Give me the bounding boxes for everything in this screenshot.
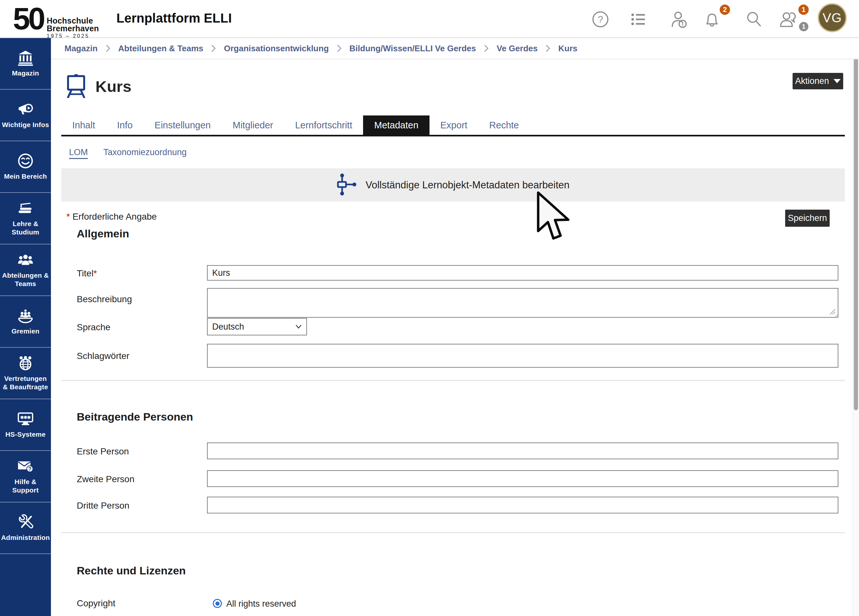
contacts-badge-bottom: 1	[799, 22, 808, 31]
monitor-password-icon	[17, 411, 34, 427]
chevron-right-icon	[484, 44, 489, 53]
edit-full-metadata-link[interactable]: Vollständige Lernobjekt-Metadaten bearbe…	[61, 168, 845, 202]
titel-input[interactable]	[207, 265, 839, 281]
avatar[interactable]: VG	[818, 3, 847, 32]
dritte-person-input[interactable]	[207, 497, 839, 513]
sidebar-item-hs-systeme[interactable]: HS-Systeme	[0, 399, 51, 451]
course-easel-icon	[66, 74, 86, 98]
sidebar-item-label: Mein Bereich	[3, 172, 48, 181]
breadcrumb-item[interactable]: Organisationsentwicklung	[224, 44, 329, 53]
tab-info[interactable]: Info	[106, 116, 144, 135]
tab-mitglieder[interactable]: Mitglieder	[222, 116, 284, 135]
tab-inhalt[interactable]: Inhalt	[61, 116, 106, 135]
hochschule-bremerhaven-logo[interactable]: 50 Hochschule Bremerhaven 1975 – 2025	[13, 2, 99, 39]
save-button[interactable]: Speichern	[785, 210, 830, 227]
banner-label: Vollständige Lernobjekt-Metadaten bearbe…	[365, 179, 570, 191]
tab-metadaten[interactable]: Metadaten	[363, 116, 429, 135]
breadcrumb-item[interactable]: Magazin	[64, 44, 98, 53]
sidebar-item-label: Wichtige Infos	[1, 120, 50, 129]
sidebar-item-label: Vertretungen & Beauftragte	[0, 374, 51, 391]
copyright-radio[interactable]	[213, 599, 222, 608]
list-icon[interactable]	[629, 10, 648, 28]
sidebar-item-abteilungen-teams[interactable]: Abteilungen & Teams	[0, 244, 51, 296]
sprache-select[interactable]: Deutsch	[207, 318, 307, 335]
chevron-right-icon	[105, 44, 111, 53]
tools-icon	[17, 514, 34, 530]
sidebar-item-label: Magazin	[11, 69, 40, 77]
sidebar-item-lehre-studium[interactable]: Lehre & Studium	[0, 193, 51, 244]
sidebar-item-label: Administration	[0, 533, 51, 542]
titel-label: Titel*	[77, 268, 97, 279]
section-heading-personen: Beitragende Personen	[77, 411, 193, 423]
chevron-right-icon	[545, 44, 550, 53]
globe-people-icon	[17, 355, 34, 371]
zweite-person-input[interactable]	[207, 470, 839, 487]
tab-einstellungen[interactable]: Einstellungen	[144, 116, 222, 135]
actions-button[interactable]: Aktionen	[793, 73, 843, 89]
tab-rechte[interactable]: Rechte	[478, 116, 530, 135]
tab-lernfortschritt[interactable]: Lernfortschritt	[284, 116, 363, 135]
breadcrumb: Magazin Abteilungen & Teams Organisation…	[51, 38, 859, 59]
zweite-person-label: Zweite Person	[77, 474, 134, 485]
sidebar: Magazin Wichtige Infos Mein Bereich Lehr…	[0, 38, 51, 616]
sprache-label: Sprache	[77, 322, 110, 333]
metadata-tree-icon	[337, 173, 357, 197]
logo-50: 50	[13, 2, 44, 39]
required-note: * Erforderliche Angabe	[66, 211, 157, 222]
logo-text: Hochschule Bremerhaven 1975 – 2025	[47, 2, 99, 39]
search-icon[interactable]	[745, 10, 763, 28]
beschreibung-textarea[interactable]	[207, 288, 839, 318]
svg-text:!: !	[682, 20, 684, 28]
breadcrumb-item[interactable]: Ve Gerdes	[497, 44, 537, 53]
subtab-lom[interactable]: LOM	[61, 144, 96, 160]
sidebar-item-label: Abteilungen & Teams	[0, 271, 51, 288]
copyright-option-label: All rights reserved	[226, 599, 296, 609]
beschreibung-label: Beschreibung	[77, 294, 132, 305]
tab-export[interactable]: Export	[430, 116, 478, 135]
subtab-bar: LOM Taxonomiezuordnung	[61, 144, 194, 160]
chevron-down-icon	[295, 324, 302, 329]
svg-text:?: ?	[598, 14, 603, 25]
chevron-right-icon	[337, 44, 342, 53]
section-heading-allgemein: Allgemein	[77, 227, 129, 240]
help-icon[interactable]: ?	[591, 10, 609, 28]
vertical-scrollbar-thumb[interactable]	[854, 39, 858, 410]
section-heading-rechte: Rechte und Lizenzen	[77, 564, 186, 577]
sidebar-item-gremien[interactable]: Gremien	[0, 296, 51, 348]
caret-down-icon	[834, 79, 840, 83]
user-alert-icon[interactable]: !	[670, 10, 688, 28]
bank-icon	[17, 50, 34, 66]
breadcrumb-item[interactable]: Bildung/Wissen/ELLI Ve Gerdes	[350, 44, 476, 53]
sidebar-item-label: HS-Systeme	[5, 430, 47, 439]
committee-icon	[17, 308, 34, 324]
sidebar-item-hilfe-support[interactable]: ? Hilfe & Support	[0, 451, 51, 502]
page-title: Kurs	[95, 77, 131, 95]
mouse-cursor	[536, 191, 572, 244]
screen: Magazin Wichtige Infos Mein Bereich Lehr…	[0, 0, 859, 616]
sidebar-item-wichtige-infos[interactable]: Wichtige Infos	[0, 90, 51, 141]
sidebar-item-magazin[interactable]: Magazin	[0, 38, 51, 90]
people-group-icon	[17, 252, 34, 268]
sidebar-item-label: Lehre & Studium	[0, 220, 51, 236]
contacts-icon[interactable]	[779, 10, 799, 28]
erste-person-input[interactable]	[207, 442, 839, 459]
tab-bar-underline	[61, 135, 845, 136]
sidebar-item-mein-bereich[interactable]: Mein Bereich	[0, 141, 51, 193]
sidebar-item-administration[interactable]: Administration	[0, 502, 51, 554]
bell-icon[interactable]	[703, 10, 721, 28]
contacts-badge-top: 1	[798, 5, 809, 15]
smiley-icon	[17, 153, 34, 169]
breadcrumb-item-current[interactable]: Kurs	[558, 44, 577, 53]
breadcrumb-item[interactable]: Abteilungen & Teams	[118, 44, 203, 53]
mail-question-icon: ?	[17, 458, 34, 474]
subtab-taxonomiezuordnung[interactable]: Taxonomiezuordnung	[96, 144, 194, 160]
section-divider	[61, 380, 845, 381]
sprache-selected-value: Deutsch	[212, 322, 244, 332]
schlagwoerter-input[interactable]	[207, 344, 839, 367]
app-title: Lernplattform ELLI	[116, 11, 232, 25]
tab-bar: Inhalt Info Einstellungen Mitglieder Ler…	[61, 116, 530, 135]
chevron-right-icon	[211, 44, 216, 53]
sidebar-item-vertretungen[interactable]: Vertretungen & Beauftragte	[0, 348, 51, 399]
erste-person-label: Erste Person	[77, 446, 129, 457]
section-divider	[61, 532, 845, 533]
